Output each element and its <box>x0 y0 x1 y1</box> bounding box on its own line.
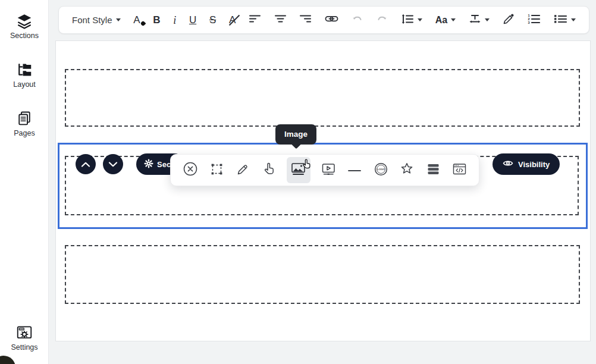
undo-button[interactable] <box>352 14 363 26</box>
sidebar-item-label: Sections <box>10 32 39 40</box>
chevron-down-icon <box>571 18 576 21</box>
video-icon <box>321 162 336 178</box>
chevron-down-icon <box>451 18 456 21</box>
visibility-button[interactable]: Visibility <box>493 153 560 175</box>
chevron-down-icon <box>108 159 118 170</box>
edit-text-button[interactable] <box>234 158 251 182</box>
align-right-button[interactable] <box>299 14 312 26</box>
strikethrough-button[interactable]: S <box>209 15 216 25</box>
align-right-icon <box>299 14 312 26</box>
undo-icon <box>352 14 363 26</box>
remove-element-button[interactable] <box>182 158 199 182</box>
numbered-list-button[interactable]: 1 2 3 <box>527 13 541 27</box>
align-center-button[interactable] <box>274 14 287 26</box>
editor-canvas[interactable]: Sec <box>55 40 591 341</box>
hand-pointer-icon <box>262 162 275 178</box>
underline-button[interactable]: U <box>189 15 196 25</box>
font-color-icon: A <box>133 15 140 25</box>
section-placeholder-1[interactable] <box>65 69 580 127</box>
pages-icon <box>15 111 33 127</box>
tooltip-label: Image <box>284 130 308 139</box>
sidebar-item-sections[interactable]: Sections <box>0 13 49 40</box>
close-circle-icon <box>183 161 198 179</box>
visibility-label: Visibility <box>518 160 550 169</box>
mouse-hand-cursor-icon <box>301 158 312 172</box>
letter-spacing-dropdown[interactable] <box>469 14 490 26</box>
font-size-dropdown[interactable]: Aa <box>435 15 456 25</box>
chevron-down-icon <box>116 18 121 21</box>
link-icon <box>325 14 338 26</box>
font-color-button[interactable]: A <box>133 15 140 25</box>
selection-frame-button[interactable] <box>208 158 225 182</box>
chevron-down-icon <box>485 18 490 21</box>
chevron-down-icon <box>418 18 422 21</box>
rows-element-button[interactable] <box>425 158 441 182</box>
code-window-icon <box>452 162 467 178</box>
section-placeholder-3[interactable] <box>65 245 580 304</box>
align-center-icon <box>274 14 287 26</box>
element-toolbar: LOGO <box>170 154 479 186</box>
star-icon <box>400 162 414 178</box>
button-element-button[interactable] <box>261 158 277 182</box>
gear-icon <box>144 159 153 170</box>
redo-icon <box>376 14 388 26</box>
sidebar-item-label: Pages <box>14 129 34 137</box>
divider-element-button[interactable] <box>346 158 363 182</box>
link-button[interactable] <box>325 14 338 26</box>
formatting-toolbar: Font Style A B i U S A <box>58 6 589 34</box>
font-size-icon: Aa <box>435 15 447 25</box>
stacked-rows-icon <box>426 163 440 178</box>
move-section-up-button[interactable] <box>76 154 96 174</box>
chevron-up-icon <box>81 159 90 170</box>
divider-icon <box>347 165 362 175</box>
sidebar-item-label: Settings <box>11 343 37 352</box>
icon-element-button[interactable] <box>399 158 415 182</box>
numbered-list-icon: 1 2 3 <box>527 13 541 27</box>
bulleted-list-dropdown[interactable] <box>554 14 576 26</box>
align-left-button[interactable] <box>249 14 261 26</box>
bulleted-list-icon <box>554 14 567 26</box>
settings-window-icon <box>15 325 33 341</box>
font-style-dropdown[interactable]: Font Style <box>72 15 121 25</box>
svg-text:LOGO: LOGO <box>377 168 385 171</box>
sidebar-item-layout[interactable]: Layout <box>0 62 49 89</box>
bold-button[interactable]: B <box>153 15 160 25</box>
pencil-icon <box>236 162 250 178</box>
sidebar-item-label: Layout <box>13 80 36 89</box>
italic-button[interactable]: i <box>173 15 176 26</box>
logo-badge-icon: LOGO <box>374 162 388 179</box>
selection-frame-icon <box>210 162 224 178</box>
bold-icon: B <box>153 15 160 25</box>
underline-icon: U <box>189 15 196 25</box>
sidebar-item-pages[interactable]: Pages <box>0 111 49 137</box>
align-left-icon <box>249 14 261 26</box>
eye-icon <box>503 159 513 169</box>
left-sidebar: Sections Layout Pages <box>0 0 49 364</box>
svg-text:3: 3 <box>528 21 530 24</box>
italic-icon: i <box>173 15 176 26</box>
video-element-button[interactable] <box>320 158 337 182</box>
section-settings-label: Sec <box>157 160 171 169</box>
font-style-label: Font Style <box>72 15 112 25</box>
logo-element-button[interactable]: LOGO <box>372 158 389 182</box>
clear-formatting-button[interactable]: A <box>229 15 236 25</box>
line-height-icon <box>401 14 414 27</box>
image-element-button[interactable] <box>287 157 310 183</box>
redo-button[interactable] <box>376 14 388 26</box>
custom-code-element-button[interactable] <box>451 158 468 182</box>
color-droplet-icon <box>140 21 146 27</box>
move-section-down-button[interactable] <box>103 154 123 174</box>
layout-tree-icon <box>15 62 33 79</box>
highlighter-icon <box>503 14 515 27</box>
letter-spacing-icon <box>469 14 481 26</box>
line-height-dropdown[interactable] <box>401 14 422 27</box>
layers-icon <box>15 13 33 30</box>
image-tooltip: Image <box>275 124 316 145</box>
strikethrough-icon: S <box>209 15 216 25</box>
sidebar-item-settings[interactable]: Settings <box>0 325 49 352</box>
highlighter-button[interactable] <box>503 14 515 27</box>
